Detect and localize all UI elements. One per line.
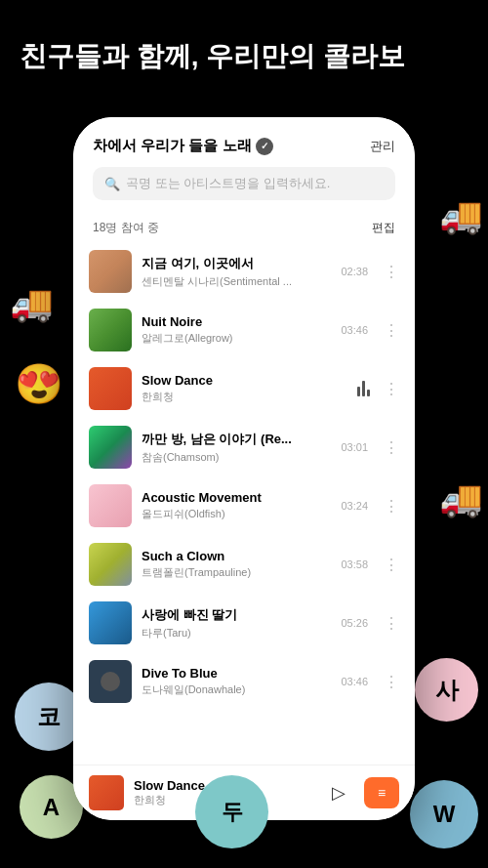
song-info: 사랑에 빠진 딸기타루(Taru) <box>142 606 331 641</box>
search-bar[interactable]: 🔍 곡명 또는 아티스트명을 입력하세요. <box>93 167 395 200</box>
song-artist: 한희청 <box>142 390 347 404</box>
song-menu-icon[interactable]: ⋮ <box>384 380 399 398</box>
song-info: 지금 여기, 이곳에서센티멘탈 시나리(Sentimental ... <box>142 255 331 289</box>
song-menu-icon[interactable]: ⋮ <box>384 556 399 574</box>
song-thumb <box>89 601 132 644</box>
playlist-title-row: 차에서 우리가 들을 노래 ✓ 관리 <box>93 137 395 155</box>
song-title: 사랑에 빠진 딸기 <box>142 606 331 624</box>
song-thumb <box>89 367 132 410</box>
song-menu-icon[interactable]: ⋮ <box>384 497 399 516</box>
song-item[interactable]: 지금 여기, 이곳에서센티멘탈 시나리(Sentimental ...02:38… <box>73 242 415 301</box>
love-emoji-icon: 😍 <box>15 361 63 407</box>
song-title: 까만 방, 남은 이야기 (Re... <box>142 431 331 448</box>
truck-icon-right-top: 🚚 <box>439 195 483 236</box>
song-artist: 타루(Taru) <box>142 626 331 641</box>
song-menu-icon[interactable]: ⋮ <box>384 263 399 281</box>
participants-row: 18명 참여 중 편집 <box>73 210 415 242</box>
header-title: 친구들과 함께, 우리만의 콜라보 <box>20 39 468 74</box>
song-item[interactable]: Acoustic Movement올드피쉬(Oldfish)03:24⋮ <box>73 476 415 535</box>
manage-button[interactable]: 관리 <box>370 138 395 155</box>
phone-frame: 차에서 우리가 들을 노래 ✓ 관리 🔍 곡명 또는 아티스트명을 입력하세요.… <box>73 117 415 820</box>
song-info: Nuit Noire알레그로(Allegrow) <box>142 314 331 346</box>
song-title: Slow Dance <box>142 373 347 388</box>
song-title: 지금 여기, 이곳에서 <box>142 255 331 272</box>
circle-du: 두 <box>195 775 268 848</box>
song-menu-icon[interactable]: ⋮ <box>384 614 399 633</box>
song-duration: 05:26 <box>341 617 368 629</box>
song-artist: 알레그로(Allegrow) <box>142 331 331 346</box>
song-artist: 센티멘탈 시나리(Sentimental ... <box>142 274 331 289</box>
song-item[interactable]: Slow Dance한희청⋮ <box>73 359 415 418</box>
song-item[interactable]: 까만 방, 남은 이야기 (Re...참솜(Chamsom)03:01⋮ <box>73 418 415 476</box>
song-artist: 도나웨일(Donawhale) <box>142 682 331 697</box>
song-item[interactable]: Such a Clown트램폴린(Trampauline)03:58⋮ <box>73 535 415 594</box>
song-info: Acoustic Movement올드피쉬(Oldfish) <box>142 490 331 521</box>
playing-indicator <box>357 381 370 396</box>
song-duration: 03:01 <box>341 441 368 453</box>
song-info: Such a Clown트램폴린(Trampauline) <box>142 549 331 580</box>
player-queue-button[interactable]: ≡ <box>364 777 399 808</box>
song-info: 까만 방, 남은 이야기 (Re...참솜(Chamsom) <box>142 431 331 465</box>
song-title: Nuit Noire <box>142 314 331 329</box>
song-title: Acoustic Movement <box>142 490 331 505</box>
song-duration: 03:58 <box>341 558 368 570</box>
song-duration: 03:46 <box>341 324 368 336</box>
player-thumb <box>89 775 124 810</box>
song-duration: 03:24 <box>341 500 368 512</box>
song-thumb <box>89 543 132 586</box>
phone-content: 차에서 우리가 들을 노래 ✓ 관리 🔍 곡명 또는 아티스트명을 입력하세요.… <box>73 117 415 820</box>
song-list: 지금 여기, 이곳에서센티멘탈 시나리(Sentimental ...02:38… <box>73 242 415 765</box>
song-artist: 올드피쉬(Oldfish) <box>142 507 331 521</box>
playlist-title: 차에서 우리가 들을 노래 ✓ <box>93 137 273 155</box>
search-icon: 🔍 <box>104 177 120 191</box>
song-title: Such a Clown <box>142 549 331 563</box>
song-menu-icon[interactable]: ⋮ <box>384 321 399 340</box>
song-info: Slow Dance한희청 <box>142 373 347 404</box>
song-menu-icon[interactable]: ⋮ <box>384 438 399 457</box>
truck-icon-left: 🚚 <box>10 283 54 324</box>
song-info: Dive To Blue도나웨일(Donawhale) <box>142 666 331 697</box>
player-play-button[interactable]: ▷ <box>323 777 354 808</box>
circle-sa: 사 <box>415 658 478 722</box>
song-thumb <box>89 426 132 469</box>
song-duration: 03:46 <box>341 676 368 687</box>
song-item[interactable]: Dive To Blue도나웨일(Donawhale)03:46⋮ <box>73 652 415 711</box>
song-thumb <box>89 250 132 293</box>
song-title: Dive To Blue <box>142 666 331 681</box>
song-artist: 참솜(Chamsom) <box>142 450 331 465</box>
truck-icon-right-bottom: 🚚 <box>439 478 483 519</box>
circle-w: W <box>410 780 478 848</box>
song-thumb <box>89 309 132 351</box>
song-thumb <box>89 660 132 703</box>
song-duration: 02:38 <box>341 266 368 277</box>
song-item[interactable]: 사랑에 빠진 딸기타루(Taru)05:26⋮ <box>73 594 415 652</box>
search-placeholder: 곡명 또는 아티스트명을 입력하세요. <box>126 175 330 192</box>
song-artist: 트램폴린(Trampauline) <box>142 565 331 580</box>
song-menu-icon[interactable]: ⋮ <box>384 673 399 691</box>
song-item[interactable]: Nuit Noire알레그로(Allegrow)03:46⋮ <box>73 301 415 359</box>
participants-text: 18명 참여 중 <box>93 220 159 236</box>
playlist-chevron-icon[interactable]: ✓ <box>256 138 273 155</box>
edit-button[interactable]: 편집 <box>372 220 395 236</box>
song-thumb <box>89 484 132 527</box>
phone-header: 차에서 우리가 들을 노래 ✓ 관리 🔍 곡명 또는 아티스트명을 입력하세요. <box>73 117 415 210</box>
